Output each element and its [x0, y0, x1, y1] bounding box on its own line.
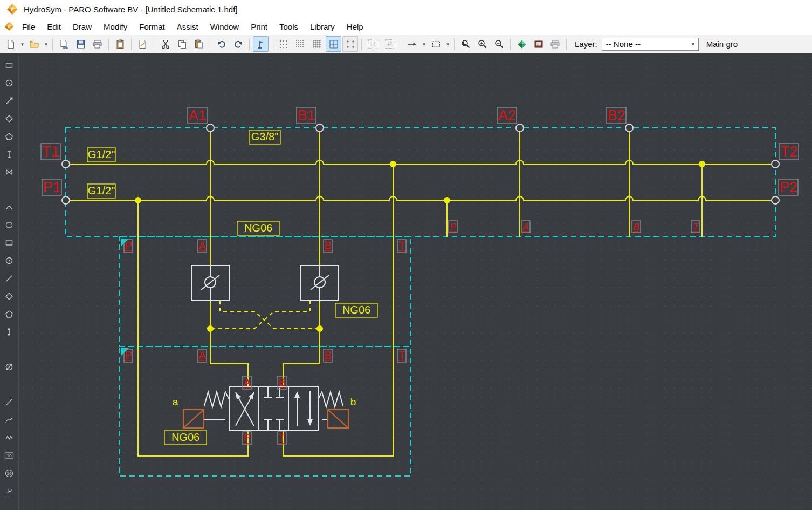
port-label-t1[interactable]: T1: [42, 144, 59, 160]
port-label-t2[interactable]: T2: [780, 144, 797, 160]
zoom-window-caret[interactable]: ▾: [444, 37, 451, 51]
subplate-label-a[interactable]: A: [522, 222, 528, 232]
valve-label-t[interactable]: T: [279, 432, 285, 444]
redo-button[interactable]: [230, 36, 246, 52]
segment-tool-icon[interactable]: [2, 395, 16, 409]
zoom-window-button[interactable]: [428, 36, 444, 52]
port-b2[interactable]: [625, 124, 633, 132]
menu-library[interactable]: Library: [304, 21, 341, 33]
valve-label-p[interactable]: P: [243, 432, 250, 444]
menu-print[interactable]: Print: [245, 21, 273, 33]
menu-help[interactable]: Help: [341, 21, 369, 33]
scale-10-box-icon[interactable]: 10: [2, 448, 16, 463]
subplate-label-b[interactable]: B: [633, 222, 639, 232]
spline-tool-icon[interactable]: [2, 413, 16, 427]
module2-label-p[interactable]: P: [125, 349, 132, 361]
port-letter-button[interactable]: P: [382, 36, 397, 52]
module1-label-b[interactable]: B: [324, 240, 331, 251]
page-setup-button[interactable]: [112, 36, 128, 52]
port-t1[interactable]: [62, 160, 70, 168]
image-button[interactable]: [531, 36, 546, 52]
module1-label-p[interactable]: P: [125, 240, 132, 251]
rotate-letter-button[interactable]: R: [365, 36, 381, 52]
port-label-b1[interactable]: B1: [297, 107, 315, 124]
port-label-p1[interactable]: P1: [43, 179, 60, 195]
subplate-label-p[interactable]: P: [450, 222, 456, 232]
valve-label-a[interactable]: A: [243, 376, 251, 388]
polygon-tool-icon[interactable]: [2, 130, 16, 144]
menu-modify[interactable]: Modify: [98, 21, 133, 33]
line-arrow-button[interactable]: [404, 36, 420, 52]
port-a1[interactable]: [207, 124, 214, 132]
module1-label-a[interactable]: A: [198, 240, 206, 251]
arc-tool-icon[interactable]: [2, 200, 16, 214]
line-node-tool-icon[interactable]: [2, 94, 16, 108]
menu-file[interactable]: File: [16, 21, 41, 33]
scale-10-circle-icon[interactable]: 10: [2, 466, 16, 480]
menu-format[interactable]: Format: [133, 21, 171, 33]
rectangle-tool-icon[interactable]: [2, 58, 16, 72]
zoom-extents-button[interactable]: [458, 36, 473, 52]
print-button[interactable]: [90, 36, 105, 52]
schematic-drawing[interactable]: A1 B1 A2 B2 T1 P1 T2 P2 G3/8" G1/2" G1/2…: [19, 53, 812, 510]
grid-lines-button[interactable]: [309, 36, 325, 52]
port-a2[interactable]: [516, 124, 524, 132]
menu-tools[interactable]: Tools: [273, 21, 304, 33]
layer-select[interactable]: -- None -- ▾: [602, 38, 699, 51]
size-label-g12-t[interactable]: G1/2": [88, 148, 115, 160]
module2-label-a[interactable]: A: [198, 349, 206, 361]
diamond2-tool-icon[interactable]: [2, 289, 16, 303]
new-dropdown-caret[interactable]: ▾: [19, 37, 26, 51]
solenoid-label-a[interactable]: a: [173, 396, 178, 407]
menu-assist[interactable]: Assist: [171, 21, 204, 33]
menu-edit[interactable]: Edit: [41, 21, 67, 33]
grid-dots-button[interactable]: [276, 36, 291, 52]
port-label-p2[interactable]: P2: [779, 179, 797, 195]
zoom-out-button[interactable]: [491, 36, 507, 52]
solenoid-label-b[interactable]: b: [350, 396, 356, 407]
size-label-ng06-check[interactable]: NG06: [342, 304, 370, 316]
port-label-b2[interactable]: B2: [607, 107, 625, 124]
grid-cross-button[interactable]: [342, 36, 358, 52]
save-button[interactable]: [73, 36, 88, 52]
print-preview-button[interactable]: [547, 36, 563, 52]
open-button[interactable]: [26, 36, 42, 52]
grid-major-button[interactable]: [326, 36, 341, 52]
port-b1[interactable]: [316, 124, 324, 132]
rectangle2-tool-icon[interactable]: [2, 236, 16, 250]
open-dropdown-caret[interactable]: ▾: [43, 37, 50, 51]
zoom-in-button[interactable]: [474, 36, 490, 52]
diamond-tool-icon[interactable]: [2, 112, 16, 126]
dumbbell-tool-icon[interactable]: [2, 325, 16, 339]
valve-label-b[interactable]: B: [278, 376, 285, 388]
probe-tool-button[interactable]: [253, 36, 269, 52]
port-p2[interactable]: [772, 196, 779, 204]
rounded-rect-tool-icon[interactable]: [2, 218, 16, 232]
module2-label-t[interactable]: T: [398, 349, 405, 361]
size-label-g12-p[interactable]: G1/2": [88, 185, 115, 196]
port-p1[interactable]: [62, 196, 70, 204]
schematic-canvas[interactable]: A1 B1 A2 B2 T1 P1 T2 P2 G3/8" G1/2" G1/2…: [19, 53, 812, 510]
port-t2[interactable]: [772, 160, 779, 168]
port-label-a2[interactable]: A2: [498, 107, 515, 124]
rotate-tool-icon[interactable]: [2, 360, 16, 374]
cut-button[interactable]: [157, 36, 173, 52]
menu-draw[interactable]: Draw: [67, 21, 98, 33]
subplate-label-t[interactable]: T: [693, 222, 699, 232]
menu-window[interactable]: Window: [204, 21, 245, 33]
grid-dense-dots-button[interactable]: [292, 36, 308, 52]
circle-center-tool-icon[interactable]: [2, 76, 16, 90]
port-label-a1[interactable]: A1: [188, 107, 206, 124]
size-label-g38[interactable]: G3/8": [251, 131, 278, 142]
import-button[interactable]: [56, 36, 72, 52]
size-label-ng06-valve[interactable]: NG06: [171, 431, 199, 443]
dimension-tool-icon[interactable]: [2, 147, 16, 161]
module2-label-b[interactable]: B: [324, 349, 331, 361]
polygon2-tool-icon[interactable]: [2, 307, 16, 321]
new-schematic-button[interactable]: [3, 36, 18, 52]
bowtie-tool-icon[interactable]: [2, 165, 16, 179]
module1-label-t[interactable]: T: [398, 240, 405, 251]
paste-button[interactable]: [191, 36, 207, 52]
arrow-dropdown-caret[interactable]: ▾: [421, 37, 428, 51]
copy-button[interactable]: [174, 36, 190, 52]
